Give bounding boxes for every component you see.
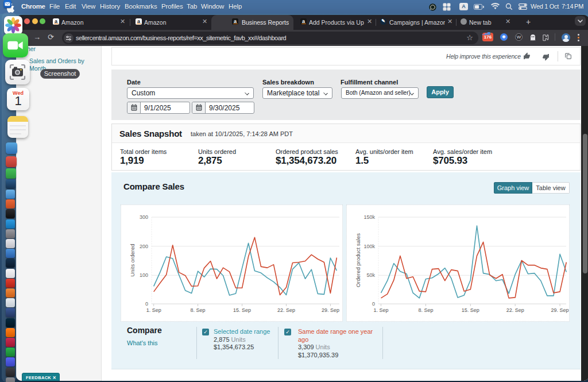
svg-text:100k: 100k xyxy=(363,244,375,249)
svg-text:15. Sep: 15. Sep xyxy=(462,307,479,313)
svg-text:29. Sep: 29. Sep xyxy=(322,307,339,313)
svg-text:22. Sep: 22. Sep xyxy=(277,307,295,313)
svg-text:22. Sep: 22. Sep xyxy=(506,307,524,313)
svg-text:200: 200 xyxy=(140,244,148,249)
svg-text:0: 0 xyxy=(372,301,375,307)
svg-text:29. Sep: 29. Sep xyxy=(551,307,569,313)
svg-text:8. Sep: 8. Sep xyxy=(191,307,206,313)
svg-text:50k: 50k xyxy=(366,272,375,278)
svg-text:Ordered product sales: Ordered product sales xyxy=(355,233,361,287)
svg-text:300: 300 xyxy=(140,214,148,220)
svg-text:1. Sep: 1. Sep xyxy=(146,307,161,313)
svg-text:15. Sep: 15. Sep xyxy=(233,307,251,313)
svg-text:1. Sep: 1. Sep xyxy=(373,307,388,313)
svg-text:100: 100 xyxy=(140,272,148,278)
svg-text:Units ordered: Units ordered xyxy=(129,244,136,276)
svg-text:150k: 150k xyxy=(363,214,375,220)
svg-text:8. Sep: 8. Sep xyxy=(418,307,433,313)
svg-text:0: 0 xyxy=(145,301,148,307)
